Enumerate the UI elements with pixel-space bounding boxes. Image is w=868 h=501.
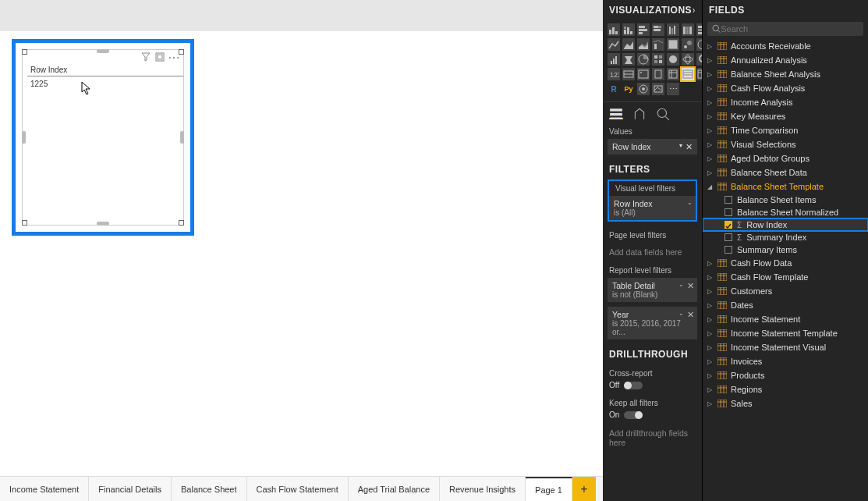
filter-icon[interactable] [141,52,151,62]
table-item[interactable]: ▷Income Analysis [703,95,868,109]
table-item[interactable]: ▷Cash Flow Template [703,270,868,284]
table-item[interactable]: ▷Regions [703,382,868,396]
viz-type-icon[interactable] [652,23,664,36]
table-item[interactable]: ▷Products [703,368,868,382]
report-filter-1[interactable]: Table Detail is not (Blank) ⌄✕ [608,278,697,302]
viz-type-icon[interactable]: R [608,83,620,95]
table-item[interactable]: ▷Accounts Receivable [703,39,868,53]
viz-type-icon[interactable] [652,68,664,80]
table-item[interactable]: ▷Invoices [703,354,868,368]
chevron-down-icon[interactable]: ⌄ [678,310,684,319]
table-item[interactable]: ▷Balance Sheet Analysis [703,67,868,81]
viz-type-icon[interactable] [696,53,703,66]
table-item[interactable]: ▷Time Comparison [703,123,868,137]
checkbox[interactable] [725,233,732,241]
viz-type-icon[interactable] [652,38,664,51]
viz-type-icon[interactable]: Py [622,83,635,95]
value-field-row[interactable]: Row Index ▾✕ [608,139,697,155]
viz-type-icon[interactable] [667,38,679,51]
remove-icon[interactable]: ✕ [687,281,694,290]
values-well[interactable]: Row Index ▾✕ [608,139,697,155]
field-item[interactable]: Balance Sheet Items [703,194,868,206]
checkbox[interactable] [725,246,732,254]
table-item[interactable]: ▷Visual Selections [703,137,868,151]
table-item[interactable]: ▷Balance Sheet Data [703,165,868,179]
viz-type-icon[interactable] [608,23,620,36]
field-item[interactable]: Balance Sheet Normalized [703,206,868,219]
viz-type-icon[interactable] [622,68,635,80]
viz-type-icon[interactable] [682,53,694,66]
remove-icon[interactable]: ✕ [687,310,694,319]
checkbox[interactable] [725,208,732,216]
viz-type-icon[interactable] [622,23,635,36]
analytics-tab-icon[interactable] [656,107,670,119]
table-item[interactable]: ◢Balance Sheet Template [703,179,868,194]
more-icon[interactable]: ⋯ [169,52,179,62]
table-item[interactable]: ▷Income Statement Visual [703,340,868,354]
checkbox[interactable] [725,221,732,229]
table-item[interactable]: ▷Cash Flow Data [703,256,868,270]
report-filter-2[interactable]: Year is 2015, 2016, 2017 or... ⌄✕ [608,307,697,339]
drill-placeholder[interactable]: Add drillthrough fields here [603,424,702,452]
viz-type-icon[interactable]: ⋯ [667,83,679,95]
viz-type-icon[interactable] [608,53,620,66]
table-item[interactable]: ▷Annualized Analysis [703,53,868,67]
table-item[interactable]: ▷Income Statement Template [703,326,868,340]
viz-type-icon[interactable] [622,53,635,66]
checkbox[interactable] [725,196,732,204]
viz-type-icon[interactable] [608,38,620,51]
viz-type-icon[interactable] [622,38,635,51]
table-item[interactable]: ▷Income Statement [703,312,868,326]
viz-type-icon[interactable] [637,53,650,66]
viz-type-icon[interactable] [637,38,650,51]
table-item[interactable]: ▷Customers [703,284,868,298]
chevron-down-icon[interactable]: ▾ [679,142,682,151]
viz-type-icon[interactable] [696,68,703,80]
cross-report-toggle[interactable] [624,382,643,389]
viz-type-icon[interactable] [682,23,694,36]
remove-icon[interactable]: ✕ [686,142,693,151]
viz-type-icon[interactable] [652,53,664,66]
table-item[interactable]: ▷Key Measures [703,109,868,123]
table-item[interactable]: ▷Cash Flow Analysis [703,81,868,95]
viz-type-icon[interactable] [667,68,679,80]
viz-type-icon[interactable]: 123 [608,68,620,80]
viz-type-icon[interactable] [637,23,650,36]
viz-type-icon[interactable] [696,23,703,36]
viz-type-icon[interactable] [667,53,679,66]
fields-search[interactable] [707,22,863,36]
focus-icon[interactable] [155,52,165,62]
chevron-down-icon[interactable]: ⌄ [687,199,693,206]
table-item[interactable]: ▷Aged Debtor Groups [703,151,868,165]
page-filters-placeholder[interactable]: Add data fields here [603,243,702,261]
tab-income-statement[interactable]: Income Statement [0,477,89,501]
tab-aged-trial[interactable]: Aged Trial Balance [349,477,440,501]
search-input[interactable] [721,24,859,34]
tab-revenue[interactable]: Revenue Insights [440,477,526,501]
tab-financial-details[interactable]: Financial Details [89,477,172,501]
add-page-button[interactable]: + [572,477,596,501]
field-item[interactable]: Summary Items [703,243,868,256]
report-canvas[interactable]: ⋯ Row Index 1225 [0,0,603,476]
field-item[interactable]: ΣRow Index [703,219,868,231]
viz-type-icon[interactable] [637,83,650,95]
visual-filter-row[interactable]: Row Index is (All) ⌄ [609,196,696,220]
table-item[interactable]: ▷Dates [703,298,868,312]
viz-type-icon[interactable] [652,83,664,95]
visual-card[interactable]: ⋯ Row Index 1225 [12,39,194,236]
viz-type-icon[interactable] [637,68,650,80]
fields-tab-icon[interactable] [609,107,623,119]
tab-balance-sheet[interactable]: Balance Sheet [172,477,247,501]
viz-type-icon[interactable] [667,23,679,36]
viz-type-icon[interactable] [682,38,694,51]
chevron-down-icon[interactable]: ⌄ [678,281,684,290]
chevron-right-icon[interactable]: › [693,5,696,16]
keep-filters-toggle[interactable] [624,411,643,419]
viz-type-icon[interactable] [682,68,694,80]
field-item[interactable]: ΣSummary Index [703,231,868,243]
tab-cash-flow[interactable]: Cash Flow Statement [247,477,349,501]
tab-page1[interactable]: Page 1 [526,477,572,501]
viz-type-icon[interactable] [696,38,703,51]
table-item[interactable]: ▷Sales [703,396,868,410]
format-tab-icon[interactable] [632,107,647,119]
